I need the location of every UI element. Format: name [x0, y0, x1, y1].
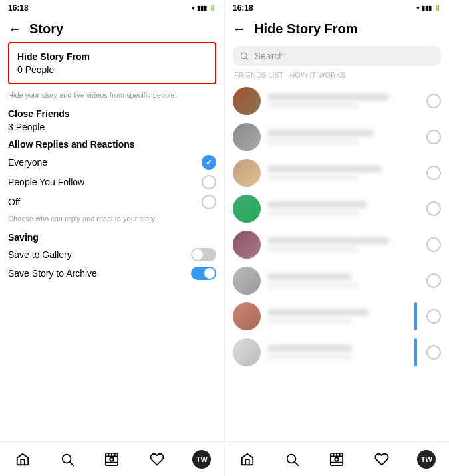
search-input[interactable]: Search — [255, 51, 434, 61]
everyone-label: Everyone — [8, 157, 47, 168]
person-info — [267, 201, 420, 216]
right-header: ← Hide Story From — [225, 16, 449, 42]
save-archive-label: Save Story to Archive — [8, 268, 97, 279]
svg-point-3 — [110, 457, 114, 461]
people-follow-radio[interactable] — [202, 175, 216, 189]
off-radio[interactable] — [202, 195, 216, 209]
close-friends-value: 3 People — [8, 122, 216, 132]
list-item — [233, 298, 441, 334]
right-bottom-nav: TW — [225, 441, 449, 476]
avatar — [233, 159, 261, 187]
hide-story-hint: Hide your story and live videos from spe… — [8, 91, 216, 99]
left-nav-home[interactable] — [9, 447, 36, 471]
avatar — [233, 231, 261, 259]
left-time: 16:18 — [8, 3, 29, 13]
list-item — [233, 263, 441, 298]
off-label: Off — [8, 197, 20, 207]
left-status-bar: 16:18 ▾ ▮▮▮ 🔋 — [0, 0, 224, 16]
select-checkbox[interactable] — [426, 237, 441, 252]
close-friends-label: Close Friends — [8, 108, 216, 119]
right-battery-icon: 🔋 — [434, 5, 441, 11]
left-header: ← Story — [0, 16, 224, 42]
select-checkbox[interactable] — [426, 309, 441, 324]
off-row: Off — [8, 195, 216, 209]
left-nav-reels[interactable] — [98, 447, 125, 471]
select-checkbox[interactable] — [426, 94, 441, 108]
select-checkbox[interactable] — [426, 201, 441, 216]
left-status-icons: ▾ ▮▮▮ 🔋 — [192, 5, 216, 11]
close-friends-section: Close Friends 3 People — [8, 108, 216, 132]
everyone-radio[interactable] — [202, 155, 216, 170]
svg-point-9 — [241, 53, 247, 59]
back-button[interactable]: ← — [8, 21, 21, 37]
right-nav-search[interactable] — [279, 447, 305, 471]
blue-bar-indicator — [414, 302, 417, 330]
right-back-button[interactable]: ← — [233, 21, 246, 37]
left-bottom-nav: TW — [0, 441, 224, 476]
hide-story-value: 0 People — [17, 64, 207, 75]
list-item — [233, 119, 441, 155]
left-nav-search[interactable] — [54, 447, 80, 471]
person-info — [267, 166, 420, 180]
save-archive-toggle[interactable] — [191, 267, 216, 280]
hide-story-box[interactable]: Hide Story From 0 People — [8, 42, 216, 84]
left-nav-avatar[interactable]: TW — [188, 447, 215, 471]
list-item — [233, 191, 441, 227]
svg-line-1 — [70, 462, 73, 465]
right-nav-reels[interactable] — [323, 447, 350, 471]
left-nav-heart[interactable] — [144, 447, 170, 471]
saving-section: Saving Save to Gallery Save Story to Arc… — [8, 232, 216, 280]
person-info — [267, 130, 420, 144]
everyone-row: Everyone — [8, 155, 216, 170]
left-panel: 16:18 ▾ ▮▮▮ 🔋 ← Story Hide Story From 0 … — [0, 0, 225, 476]
person-info — [267, 345, 408, 360]
avatar — [233, 195, 261, 223]
search-icon — [239, 51, 249, 61]
left-page-title: Story — [29, 21, 63, 37]
list-item — [233, 155, 441, 191]
search-bar[interactable]: Search — [233, 46, 441, 66]
select-checkbox[interactable] — [426, 130, 441, 144]
person-info — [267, 309, 408, 324]
save-archive-row: Save Story to Archive — [8, 267, 216, 280]
right-panel: 16:18 ▾ ▮▮▮ 🔋 ← Hide Story From Search F… — [225, 0, 449, 476]
people-follow-row: People You Follow — [8, 175, 216, 189]
save-gallery-toggle[interactable] — [191, 248, 216, 261]
right-nav-avatar[interactable]: TW — [413, 447, 440, 471]
list-item — [233, 83, 441, 119]
save-gallery-row: Save to Gallery — [8, 248, 216, 261]
right-time: 16:18 — [233, 3, 253, 13]
save-gallery-label: Save to Gallery — [8, 249, 72, 260]
person-info — [267, 94, 420, 108]
right-signal-icon: ▮▮▮ — [422, 5, 432, 11]
select-checkbox[interactable] — [426, 345, 441, 360]
people-follow-label: People You Follow — [8, 177, 84, 187]
allow-hint: Choose who can reply and react to your s… — [8, 215, 216, 223]
avatar — [233, 123, 261, 151]
select-checkbox[interactable] — [426, 273, 441, 288]
avatar — [233, 302, 261, 330]
wifi-icon: ▾ — [192, 5, 195, 11]
blue-bar-indicator — [414, 338, 417, 366]
select-checkbox[interactable] — [426, 166, 441, 180]
hide-story-title: Hide Story From — [17, 51, 207, 62]
svg-line-12 — [295, 462, 298, 465]
battery-icon: 🔋 — [209, 5, 216, 11]
person-info — [267, 237, 420, 252]
left-avatar: TW — [192, 450, 211, 469]
right-wifi-icon: ▾ — [416, 5, 420, 11]
right-nav-heart[interactable] — [369, 447, 395, 471]
right-nav-home[interactable] — [234, 447, 261, 471]
right-avatar: TW — [417, 450, 436, 469]
avatar — [233, 338, 261, 366]
avatar — [233, 267, 261, 295]
svg-line-10 — [246, 58, 248, 60]
person-info — [267, 273, 420, 288]
list-item — [233, 334, 441, 370]
signal-icon: ▮▮▮ — [197, 5, 207, 11]
right-status-bar: 16:18 ▾ ▮▮▮ 🔋 — [225, 0, 449, 16]
list-item — [233, 227, 441, 263]
right-page-title: Hide Story From — [254, 21, 358, 37]
allow-replies-label: Allow Replies and Reactions — [8, 139, 216, 150]
top-bar-label: FRIENDS LIST · HOW IT WORKS — [233, 71, 441, 79]
